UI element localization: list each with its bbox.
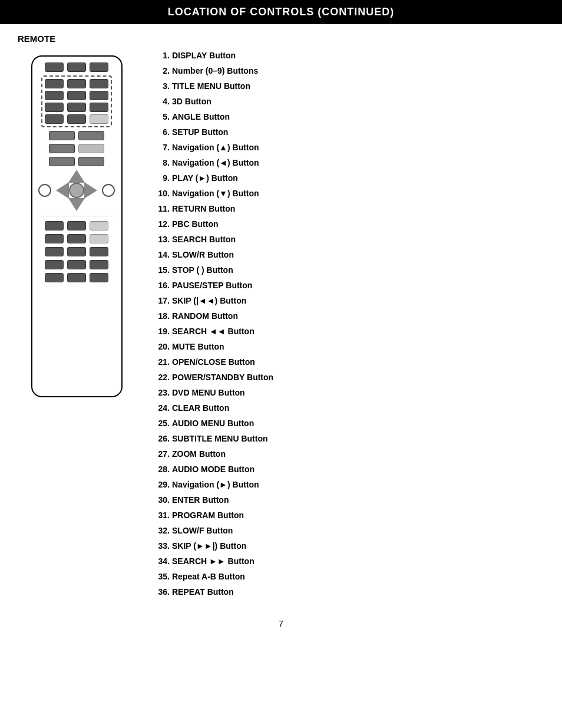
item-number: 33. (153, 540, 170, 552)
item-label: SKIP (|◄◄) Button (172, 295, 246, 307)
btn-row-wide-3 (37, 157, 117, 166)
btn-audio (67, 260, 86, 269)
dpad-right-arrow (84, 182, 97, 199)
item-label: SUBTITLE MENU Button (172, 433, 268, 445)
dpad-up-arrow (68, 170, 85, 183)
btn-3d (78, 131, 104, 140)
btn-skip-b (90, 221, 108, 230)
dpad (56, 170, 97, 211)
item-label: SETUP Button (172, 126, 228, 139)
item-label: TITLE MENU Button (172, 80, 250, 93)
item-label: OPEN/CLOSE Button (172, 356, 255, 368)
btn-search (49, 144, 75, 153)
btn-num8 (67, 103, 86, 112)
item-label: SEARCH ►► Button (172, 555, 254, 568)
btn-row-wide-2 (37, 144, 117, 153)
page-header: LOCATION OF CONTROLS (CONTINUED) (0, 0, 562, 24)
btn-stop (45, 221, 64, 230)
item-number: 8. (153, 157, 170, 169)
list-item: 24.CLEAR Button (153, 402, 544, 414)
item-number: 12. (153, 218, 170, 230)
numpad-row-2 (45, 91, 108, 100)
item-number: 11. (153, 203, 170, 215)
divider-1 (41, 216, 113, 216)
item-number: 30. (153, 494, 170, 506)
list-item: 10.Navigation (▼) Button (153, 187, 544, 200)
list-item: 25.AUDIO MENU Button (153, 417, 544, 430)
list-item: 2.Number (0–9) Buttons (153, 65, 544, 77)
item-label: REPEAT Button (172, 586, 234, 598)
list-item: 35.Repeat A-B Button (153, 571, 544, 583)
item-number: 3. (153, 80, 170, 93)
item-number: 18. (153, 310, 170, 322)
item-label: PLAY (►) Button (172, 172, 238, 185)
btn-num1 (45, 79, 64, 88)
btn-pbc (49, 157, 75, 166)
item-number: 15. (153, 264, 170, 276)
item-label: STOP ( ) Button (172, 264, 233, 276)
item-number: 19. (153, 325, 170, 338)
item-label: ANGLE Button (172, 111, 230, 123)
btn-angle (67, 62, 86, 72)
item-number: 28. (153, 463, 170, 476)
item-label: AUDIO MODE Button (172, 463, 254, 476)
circle-right (102, 184, 115, 197)
btn-zoom (45, 273, 64, 282)
btn-setup (90, 62, 108, 72)
item-label: PROGRAM Button (172, 509, 244, 522)
btn-row-lower-5 (37, 273, 117, 282)
btn-display (45, 62, 64, 72)
btn-pause (67, 221, 86, 230)
list-item: 22.POWER/STANDBY Button (153, 371, 544, 384)
item-number: 22. (153, 371, 170, 384)
list-item: 30.ENTER Button (153, 494, 544, 506)
item-number: 6. (153, 126, 170, 139)
item-number: 5. (153, 111, 170, 123)
list-item: 18.RANDOM Button (153, 310, 544, 322)
list-item: 1.DISPLAY Button (153, 50, 544, 62)
list-item: 6.SETUP Button (153, 126, 544, 139)
btn-open (45, 247, 64, 256)
item-number: 17. (153, 295, 170, 307)
item-number: 32. (153, 525, 170, 537)
list-item: 20.MUTE Button (153, 341, 544, 353)
item-label: PAUSE/STEP Button (172, 279, 252, 292)
btn-num5 (67, 91, 86, 100)
remote-body (31, 55, 123, 397)
btn-num2 (67, 79, 86, 88)
list-item: 32.SLOW/F Button (153, 525, 544, 537)
item-label: ZOOM Button (172, 448, 226, 460)
item-number: 21. (153, 356, 170, 368)
list-item: 5.ANGLE Button (153, 111, 544, 123)
item-number: 14. (153, 249, 170, 261)
btn-slow (78, 157, 104, 166)
list-item: 33.SKIP (►►|) Button (153, 540, 544, 552)
item-label: Navigation (◄) Button (172, 157, 259, 169)
item-label: MUTE Button (172, 341, 224, 353)
item-number: 13. (153, 233, 170, 246)
item-number: 27. (153, 448, 170, 460)
list-item: 23.DVD MENU Button (153, 387, 544, 399)
list-item: 29.Navigation (►) Button (153, 479, 544, 491)
item-label: POWER/STANDBY Button (172, 371, 273, 384)
btn-row-lower-4 (37, 260, 117, 269)
btn-row-lower-3 (37, 247, 117, 256)
list-item: 36.REPEAT Button (153, 586, 544, 598)
btn-num6 (90, 91, 108, 100)
item-label: RETURN Button (172, 203, 235, 215)
list-item: 26.SUBTITLE MENU Button (153, 433, 544, 445)
item-label: 3D Button (172, 95, 211, 108)
btn-search-bb (67, 234, 86, 243)
item-number: 7. (153, 141, 170, 154)
item-number: 25. (153, 417, 170, 430)
item-label: Repeat A-B Button (172, 571, 245, 583)
item-label: DISPLAY Button (172, 50, 236, 62)
content-area: 1.DISPLAY Button2.Number (0–9) Buttons3.… (0, 50, 562, 601)
item-label: Navigation (▲) Button (172, 141, 259, 154)
item-label: SLOW/R Button (172, 249, 234, 261)
item-number: 16. (153, 279, 170, 292)
btn-row-wide-1 (37, 131, 117, 140)
header-title: LOCATION OF CONTROLS (CONTINUED) (168, 6, 395, 18)
item-label: SKIP (►►|) Button (172, 540, 246, 552)
item-label: DVD MENU Button (172, 387, 245, 399)
